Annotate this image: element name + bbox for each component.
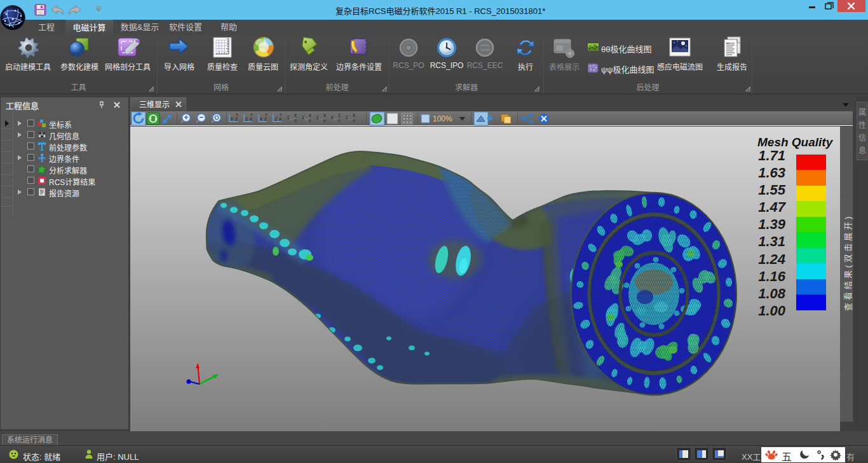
svg-text:Y: Y bbox=[250, 113, 253, 118]
svg-text:X: X bbox=[231, 118, 233, 122]
svg-text:Y: Y bbox=[309, 120, 311, 124]
svg-text:Y: Y bbox=[265, 113, 268, 118]
svg-text:X: X bbox=[323, 114, 326, 118]
svg-text:Z: Z bbox=[264, 118, 267, 122]
svg-text:Z: Z bbox=[338, 114, 341, 118]
svg-text:Y: Y bbox=[338, 120, 341, 124]
svg-text:X: X bbox=[279, 118, 281, 122]
svg-text:Z: Z bbox=[235, 118, 238, 122]
svg-text:X: X bbox=[331, 116, 334, 120]
svg-text:Y: Y bbox=[353, 120, 355, 124]
svg-text:100%: 100% bbox=[433, 114, 452, 123]
svg-text:X: X bbox=[309, 114, 311, 118]
svg-text:X: X bbox=[250, 118, 252, 122]
svg-text:Y: Y bbox=[323, 120, 326, 124]
svg-text:Z: Z bbox=[275, 118, 277, 122]
svg-text:Y: Y bbox=[236, 113, 238, 118]
svg-text:X: X bbox=[260, 118, 262, 122]
svg-text:X: X bbox=[294, 114, 297, 118]
svg-text:Z: Z bbox=[302, 116, 304, 120]
svg-text:X: X bbox=[353, 114, 355, 118]
svg-text:Y: Y bbox=[280, 113, 282, 118]
svg-text:Y: Y bbox=[294, 120, 297, 124]
svg-text:Z: Z bbox=[245, 118, 248, 122]
svg-text:Z: Z bbox=[346, 116, 348, 120]
svg-text:Z: Z bbox=[287, 116, 290, 120]
svg-text:Z: Z bbox=[316, 116, 319, 120]
